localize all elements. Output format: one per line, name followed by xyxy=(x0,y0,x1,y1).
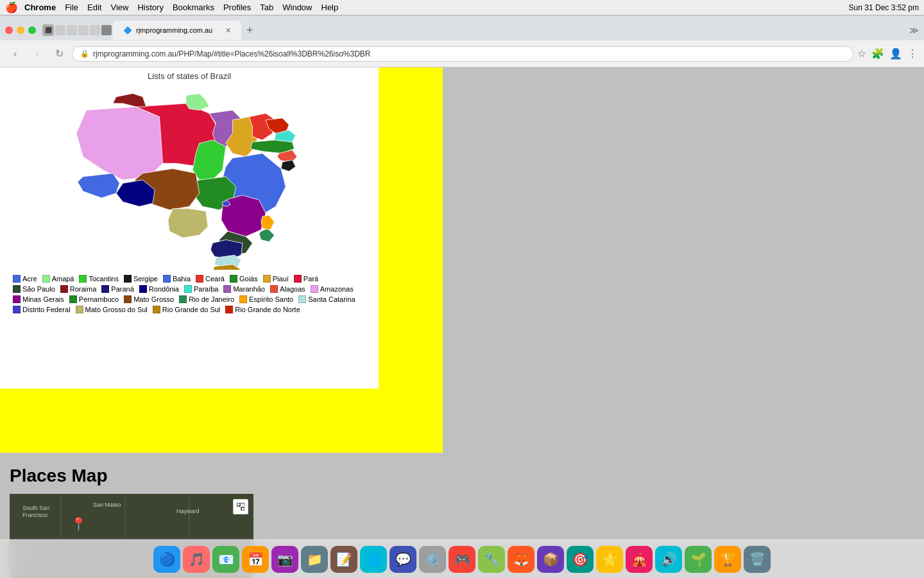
page-content: Lists of states of Brazil xyxy=(0,67,924,578)
bookmark-icon[interactable]: ☆ xyxy=(857,48,866,60)
dock-icon-browser[interactable]: 🌐 xyxy=(360,546,387,573)
close-button[interactable] xyxy=(5,26,13,34)
maximize-button[interactable] xyxy=(28,26,36,34)
legend-label-roraima: Roraima xyxy=(70,285,97,293)
dock-icon-app1[interactable]: 🎮 xyxy=(449,546,475,573)
menu-bookmarks[interactable]: Bookmarks xyxy=(173,3,214,12)
svg-text:Hayward: Hayward xyxy=(176,508,200,514)
dock-icon-app3[interactable]: 🦊 xyxy=(508,546,535,573)
legend-ms: Mato Grosso do Sul xyxy=(76,306,148,313)
dock-icon-trash[interactable]: 🗑️ xyxy=(744,546,771,573)
toolbar-icon[interactable] xyxy=(55,25,65,35)
back-button[interactable]: ‹ xyxy=(6,45,24,63)
legend-label-rn: Rio Grande do Norte xyxy=(235,306,300,313)
menu-chrome[interactable]: Chrome xyxy=(24,3,56,12)
secure-icon: 🔒 xyxy=(80,49,89,58)
legend-label-tocantins: Tocantins xyxy=(89,275,118,283)
tab-bar: ⬛ 🔷 rjmprogramming.com.au × + ≫ xyxy=(0,16,924,40)
menu-history[interactable]: History xyxy=(137,3,163,12)
legend-color-es xyxy=(239,295,247,303)
svg-rect-15 xyxy=(237,503,240,506)
legend-color-goias xyxy=(230,275,237,283)
dock-icon-app4[interactable]: 📦 xyxy=(537,546,564,573)
profile-icon[interactable]: 👤 xyxy=(889,48,902,60)
apple-menu[interactable]: 🍎 xyxy=(5,1,18,13)
legend-rn: Rio Grande do Norte xyxy=(225,306,300,313)
toolbar-icon[interactable] xyxy=(67,25,77,35)
map-pin: 📍 xyxy=(71,516,87,532)
dock-icon-music[interactable]: 🎵 xyxy=(183,546,210,573)
legend-color-ceara xyxy=(196,275,203,283)
tab-overflow-button[interactable]: ≫ xyxy=(909,25,919,35)
legend-color-bahia xyxy=(163,275,171,283)
dock-icon-app8[interactable]: 🔊 xyxy=(655,546,682,573)
legend-maranhao: Maranhão xyxy=(223,285,265,293)
toolbar-icon[interactable] xyxy=(101,25,112,35)
legend-label-mg: Minas Gerais xyxy=(22,295,64,303)
map-expand-button[interactable] xyxy=(233,499,248,514)
address-bar[interactable]: 🔒 rjmprogramming.com.au/PHP/Map/#title=P… xyxy=(72,46,853,62)
legend-label-pr: Paraná xyxy=(111,285,133,293)
places-map-title: Places Map xyxy=(10,466,914,486)
toolbar-icon[interactable] xyxy=(78,25,89,35)
tab-favicon: 🔷 xyxy=(123,26,132,35)
dock-icon-notes[interactable]: 📝 xyxy=(330,546,357,573)
active-tab[interactable]: 🔷 rjmprogramming.com.au × xyxy=(113,21,241,40)
map-title: Lists of states of Brazil xyxy=(0,67,379,83)
legend-color-roraima xyxy=(60,285,68,293)
legend-paraiba: Paraíba xyxy=(184,285,219,293)
menu-profiles[interactable]: Profiles xyxy=(223,3,251,12)
legend-tocantins: Tocantins xyxy=(79,275,118,283)
dock-icon-messages[interactable]: 💬 xyxy=(389,546,416,573)
dock-icon-app6[interactable]: ⭐ xyxy=(596,546,623,573)
legend-label-paraiba: Paraíba xyxy=(194,285,219,293)
legend-acre: Acre xyxy=(13,275,37,283)
dock-icon-app2[interactable]: 🔧 xyxy=(478,546,505,573)
legend-color-ms xyxy=(76,306,83,313)
url-text: rjmprogramming.com.au/PHP/Map/#title=Pla… xyxy=(93,49,371,58)
extensions-icon[interactable]: 🧩 xyxy=(871,48,884,60)
toolbar-icon[interactable]: ⬛ xyxy=(42,24,54,36)
legend-ro: Rondônia xyxy=(139,285,179,293)
legend: Acre Amapá Tocantins Sergipe xyxy=(0,270,379,320)
menu-icon[interactable]: ⋮ xyxy=(907,48,918,60)
dock-icon-settings[interactable]: ⚙️ xyxy=(419,546,446,573)
legend-label-piaui: Piauí xyxy=(273,275,289,283)
minimize-button[interactable] xyxy=(17,26,24,34)
menu-file[interactable]: File xyxy=(65,3,78,12)
menu-view[interactable]: View xyxy=(110,3,128,12)
svg-text:South San: South San xyxy=(22,505,49,511)
tab-close-button[interactable]: × xyxy=(226,25,231,35)
menu-edit[interactable]: Edit xyxy=(87,3,101,12)
legend-color-para xyxy=(294,275,302,283)
dock-icon-app9[interactable]: 🌱 xyxy=(685,546,712,573)
dock-icon-app10[interactable]: 🏆 xyxy=(714,546,741,573)
dock-icon-files[interactable]: 📁 xyxy=(301,546,328,573)
menu-window[interactable]: Window xyxy=(282,3,312,12)
toolbar-icon[interactable] xyxy=(90,25,100,35)
legend-label-pernambuco: Pernambuco xyxy=(79,295,119,303)
reload-button[interactable]: ↻ xyxy=(50,45,68,63)
legend-label-maranhao: Maranhão xyxy=(233,285,265,293)
dock-icon-photos[interactable]: 📷 xyxy=(271,546,298,573)
menu-tab[interactable]: Tab xyxy=(260,3,273,12)
legend-color-acre xyxy=(13,275,21,283)
legend-es: Espírito Santo xyxy=(239,295,293,303)
legend-color-amazonas xyxy=(311,285,318,293)
legend-label-sergipe: Sergipe xyxy=(133,275,158,283)
dock-icon-mail[interactable]: 📧 xyxy=(212,546,239,573)
dock-icon-app5[interactable]: 🎯 xyxy=(567,546,594,573)
dock-icon-app7[interactable]: 🎪 xyxy=(626,546,653,573)
legend-color-tocantins xyxy=(79,275,87,283)
legend-label-rj: Rio de Janeiro xyxy=(189,295,234,303)
legend-color-pernambuco xyxy=(69,295,77,303)
browser-window: ⬛ 🔷 rjmprogramming.com.au × + ≫ ‹ › ↻ 🔒 … xyxy=(0,15,924,67)
new-tab-button[interactable]: + xyxy=(246,24,253,37)
dock-icon-calendar[interactable]: 📅 xyxy=(242,546,269,573)
dock-icon-finder[interactable]: 🔵 xyxy=(153,546,180,573)
menu-help[interactable]: Help xyxy=(321,3,339,12)
forward-button[interactable]: › xyxy=(28,45,46,63)
legend-color-rj xyxy=(179,295,187,303)
legend-label-sc: Santa Catarina xyxy=(308,295,355,303)
legend-sp: São Paulo xyxy=(13,285,55,293)
